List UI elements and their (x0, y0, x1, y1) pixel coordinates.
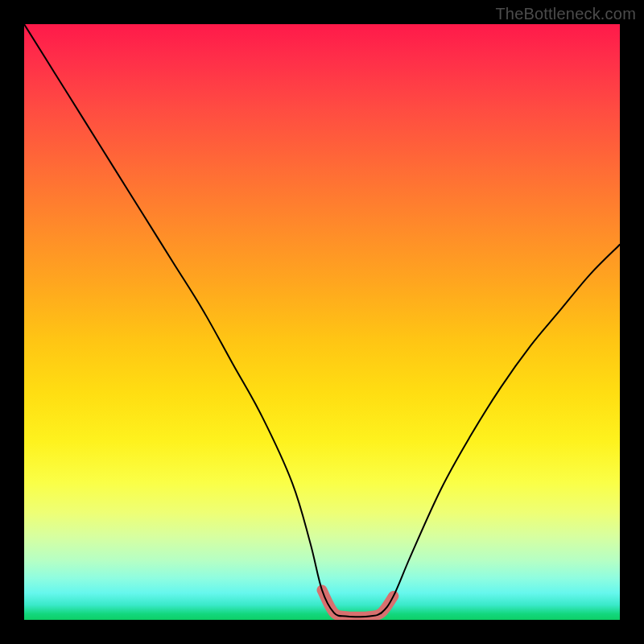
bottleneck-marker (322, 590, 394, 617)
curve-line (24, 24, 620, 617)
plot-area (24, 24, 620, 620)
watermark-text: TheBottleneck.com (495, 5, 636, 23)
chart-svg (24, 24, 620, 620)
chart-frame: TheBottleneck.com (0, 0, 644, 644)
